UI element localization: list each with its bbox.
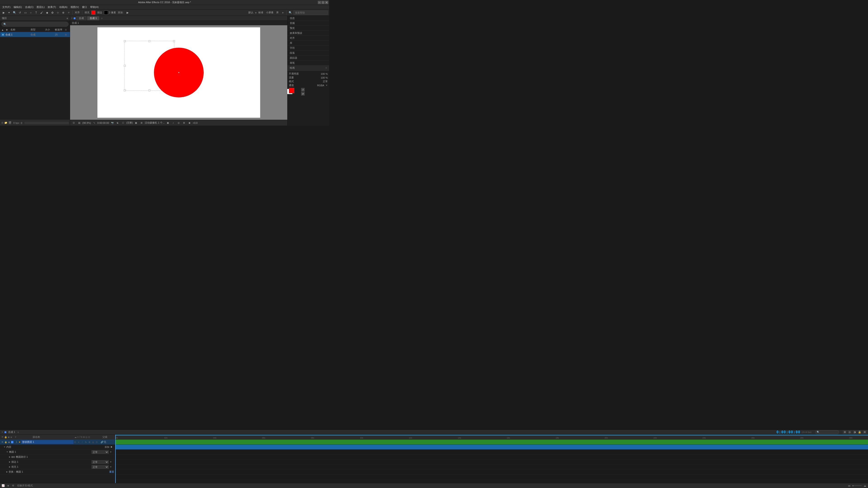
motion-blur-button[interactable]: ◎ bbox=[176, 121, 181, 125]
panel-preview[interactable]: 预览 bbox=[287, 26, 329, 31]
workspace-library[interactable]: 库 bbox=[275, 11, 280, 14]
tab-menu-icon[interactable]: ≡ bbox=[101, 17, 102, 20]
minimize-button[interactable]: ─ bbox=[318, 1, 321, 4]
viewer-layout-button[interactable]: ▤ bbox=[77, 121, 81, 125]
audio-button[interactable]: ♪ bbox=[171, 121, 176, 125]
workspace-standard[interactable]: 标准 bbox=[257, 11, 264, 14]
views-dropdown[interactable]: 1 个... bbox=[158, 121, 164, 125]
preview-region-button[interactable]: ⊡ bbox=[71, 121, 76, 125]
mode-value[interactable]: 正常 bbox=[323, 80, 328, 83]
res-toggle-button[interactable]: ▣ bbox=[134, 121, 138, 125]
tab-comp[interactable]: 合成 bbox=[76, 16, 86, 20]
menu-edit[interactable]: 编辑(E) bbox=[12, 5, 23, 9]
zoom-tool-button[interactable]: 🔍 bbox=[12, 10, 17, 15]
menu-effects[interactable]: 效果(T) bbox=[46, 5, 57, 9]
menu-animation[interactable]: 动画(A) bbox=[58, 5, 69, 9]
timecode-display[interactable]: 0:00:00:00 bbox=[97, 122, 109, 124]
handle-bl[interactable] bbox=[124, 90, 126, 91]
paint-tool-button[interactable]: ◆ bbox=[45, 10, 49, 15]
footer-icon1[interactable]: ⊞ bbox=[1, 121, 3, 124]
composition-canvas[interactable] bbox=[97, 27, 260, 118]
menu-comp[interactable]: 合成(C) bbox=[24, 5, 35, 9]
help-search-input[interactable] bbox=[293, 11, 328, 15]
menu-window[interactable]: 窗口 bbox=[81, 5, 88, 9]
col-type-header: 类型 bbox=[31, 28, 44, 31]
menu-help[interactable]: 帮助(H) bbox=[89, 5, 100, 9]
quality-dropdown[interactable]: (完整) bbox=[126, 121, 133, 125]
opacity-value[interactable]: 100 % bbox=[321, 72, 328, 75]
handle-ml[interactable] bbox=[124, 65, 126, 67]
project-menu-icon[interactable]: ≡ bbox=[67, 17, 68, 20]
puppet-tool-button[interactable]: ✿ bbox=[50, 10, 55, 15]
panel-align[interactable]: 对齐 bbox=[287, 36, 329, 41]
stroke-color-swatch[interactable] bbox=[104, 11, 108, 15]
project-columns: ▲ ◈ 名称 类型 大小 帧速率 ⊞ bbox=[0, 28, 70, 32]
panel-tracker[interactable]: 跟踪器 bbox=[287, 56, 329, 61]
brush-tool-button[interactable]: 🖌 bbox=[39, 10, 44, 15]
anchor-tool-button[interactable]: ⊹ bbox=[56, 10, 60, 15]
tab-comp1[interactable]: 合成 1 bbox=[87, 16, 99, 20]
col-fps-header: 帧速率 bbox=[55, 28, 64, 31]
panel-effects[interactable]: 效果和预设 bbox=[287, 31, 329, 36]
workspace-default[interactable]: 默认 bbox=[248, 11, 254, 14]
panel-paint[interactable]: 绘画 ≡ bbox=[287, 66, 329, 70]
camera-dropdown[interactable]: 活动摄像机 bbox=[145, 121, 157, 125]
paint-menu-icon[interactable]: ≡ bbox=[326, 67, 327, 69]
render-button[interactable]: ▣ bbox=[165, 121, 170, 125]
ellipse-tool-button[interactable]: ○ bbox=[29, 10, 33, 15]
add-content-button[interactable]: ▶ bbox=[125, 10, 130, 15]
footer-icon2[interactable]: 📁 bbox=[4, 121, 7, 124]
footer-icon3[interactable]: 🎬 bbox=[8, 121, 11, 124]
list-item[interactable]: ◈ 合成 1 合成 25 ⊞ bbox=[0, 32, 70, 37]
handle-tl[interactable] bbox=[124, 40, 126, 42]
grid-button[interactable]: ⊞ bbox=[182, 121, 186, 125]
panel-info[interactable]: 信息 bbox=[287, 16, 329, 21]
col-label-icon: ◈ bbox=[6, 28, 9, 31]
transparency-button[interactable]: ⊞ bbox=[139, 121, 144, 125]
project-search-input[interactable] bbox=[7, 23, 66, 26]
footer-trash-icon[interactable]: 🗑 bbox=[20, 122, 23, 124]
workspace-small[interactable]: 小屏幕 bbox=[265, 11, 274, 14]
maximize-button[interactable]: □ bbox=[321, 1, 324, 4]
search-icon[interactable]: 🔍 bbox=[288, 10, 292, 15]
camera-capture-button[interactable]: 📷 bbox=[110, 121, 115, 125]
panel-character[interactable]: 字符 bbox=[287, 46, 329, 51]
flow-value[interactable]: 100 % bbox=[321, 76, 328, 79]
fast-preview-button[interactable]: ⬡ bbox=[121, 121, 125, 125]
comp-icon: ◈ bbox=[1, 33, 4, 36]
fit-button[interactable]: ⤡ bbox=[92, 121, 96, 125]
fill-color-swatch[interactable] bbox=[91, 11, 95, 15]
panel-brush[interactable]: 画笔 bbox=[287, 61, 329, 66]
panel-audio[interactable]: 音频 bbox=[287, 21, 329, 26]
workspace-more-button[interactable]: » bbox=[281, 10, 285, 15]
handle-tc[interactable] bbox=[149, 40, 150, 42]
text-tool-button[interactable]: T bbox=[34, 10, 38, 15]
pen-tool-button[interactable]: ✦ bbox=[7, 10, 11, 15]
close-button[interactable]: ✕ bbox=[325, 1, 328, 4]
footer-slider[interactable] bbox=[25, 122, 68, 124]
search-icon: 🔍 bbox=[3, 23, 6, 26]
handle-bc[interactable] bbox=[149, 90, 150, 91]
zoom-level[interactable]: (98.9%) bbox=[82, 122, 91, 124]
channel-value[interactable]: RGBA bbox=[317, 84, 324, 87]
color-correct-button[interactable]: ☯ bbox=[116, 121, 120, 125]
swap-swatches-button[interactable]: ⇄ bbox=[301, 92, 305, 96]
menu-layer[interactable]: 图层(L) bbox=[35, 5, 46, 9]
handle-tr[interactable] bbox=[173, 40, 175, 42]
reset-swatches-button[interactable]: ↺ bbox=[301, 88, 305, 92]
col-sort-icon: ▲ bbox=[1, 29, 5, 31]
camera-tool-button[interactable]: ⊕ bbox=[61, 10, 66, 15]
channels-button[interactable]: ◉ bbox=[187, 121, 192, 125]
rotate-tool-button[interactable]: ↺ bbox=[18, 10, 22, 15]
menu-file[interactable]: 文件(F) bbox=[1, 5, 12, 9]
close-tab-icon[interactable]: ✕ bbox=[71, 17, 73, 20]
shape-tool-button[interactable]: ✧ bbox=[66, 10, 71, 15]
align-label: 对齐 bbox=[74, 11, 81, 14]
select-tool-button[interactable]: ▶ bbox=[1, 10, 6, 15]
panel-paragraph[interactable]: 段落 bbox=[287, 51, 329, 56]
rect-tool-button[interactable]: ▭ bbox=[23, 10, 28, 15]
menu-view[interactable]: 视图(V) bbox=[69, 5, 80, 9]
foreground-color-swatch[interactable] bbox=[289, 88, 294, 93]
channel-dropdown-icon[interactable]: ▼ bbox=[326, 84, 328, 87]
panel-library[interactable]: 库 bbox=[287, 41, 329, 46]
